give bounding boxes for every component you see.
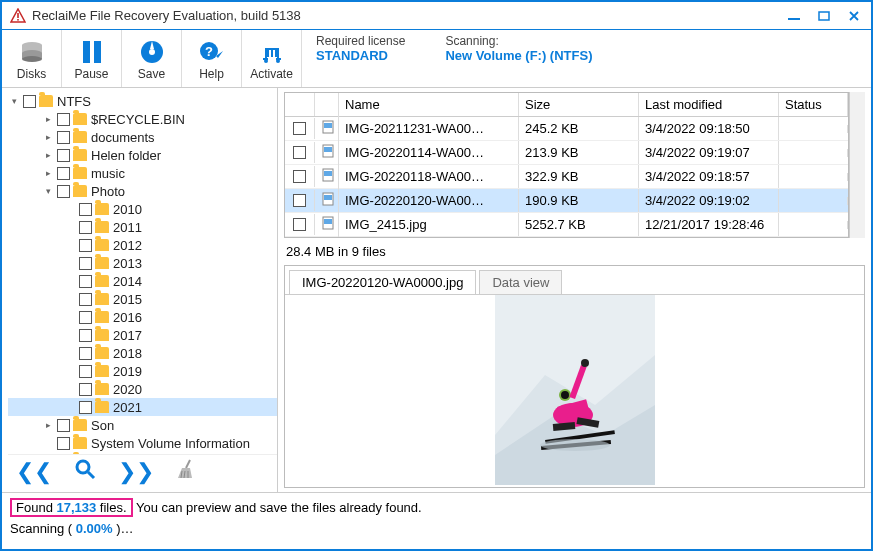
tree-label: System Volume Information [91, 436, 250, 451]
file-row[interactable]: IMG-20220120-WA00…190.9 KB3/4/2022 09:19… [285, 189, 848, 213]
tree-checkbox[interactable] [79, 293, 92, 306]
tree-item[interactable]: 2018 [8, 344, 277, 362]
tree-checkbox[interactable] [57, 185, 70, 198]
file-name: IMG_2415.jpg [339, 213, 519, 236]
tree-item[interactable]: 2010 [8, 200, 277, 218]
tree-checkbox[interactable] [57, 167, 70, 180]
tree-item[interactable]: ▸$RECYCLE.BIN [8, 110, 277, 128]
expand-icon[interactable]: ▸ [42, 420, 54, 430]
save-icon [139, 37, 165, 67]
svg-rect-17 [271, 50, 273, 57]
svg-rect-34 [324, 195, 332, 200]
tab-preview[interactable]: IMG-20220120-WA0000.jpg [289, 270, 476, 294]
save-button[interactable]: Save [122, 30, 182, 87]
col-name[interactable]: Name [339, 93, 519, 116]
expand-icon[interactable]: ▸ [42, 114, 54, 124]
expand-icon[interactable]: ▾ [8, 96, 20, 106]
tree-item[interactable]: ▸Son [8, 416, 277, 434]
tree-checkbox[interactable] [79, 275, 92, 288]
file-checkbox[interactable] [293, 146, 306, 159]
expand-icon[interactable]: ▸ [42, 150, 54, 160]
file-checkbox[interactable] [293, 122, 306, 135]
expand-icon[interactable]: ▸ [42, 168, 54, 178]
file-row[interactable]: IMG-20220114-WA00…213.9 KB3/4/2022 09:19… [285, 141, 848, 165]
tree-item[interactable]: 2019 [8, 362, 277, 380]
folder-icon [73, 131, 87, 143]
tree-checkbox[interactable] [79, 221, 92, 234]
pause-button[interactable]: Pause [62, 30, 122, 87]
tree-item[interactable]: 2015 [8, 290, 277, 308]
file-type-icon [315, 140, 339, 165]
col-status[interactable]: Status [779, 93, 848, 116]
svg-point-13 [149, 49, 155, 55]
scan-prefix: Scanning ( [10, 521, 76, 536]
tree-checkbox[interactable] [57, 437, 70, 450]
expand-icon[interactable]: ▸ [42, 132, 54, 142]
tree-checkbox[interactable] [79, 329, 92, 342]
tree-checkbox[interactable] [23, 95, 36, 108]
tree-root[interactable]: ▾NTFS [8, 92, 277, 110]
tree-checkbox[interactable] [79, 365, 92, 378]
file-row[interactable]: IMG-20220118-WA00…322.9 KB3/4/2022 09:18… [285, 165, 848, 189]
activate-button[interactable]: Activate [242, 30, 302, 87]
file-size: 5252.7 KB [519, 213, 639, 236]
scanning-caption: Scanning: [445, 34, 592, 48]
file-checkbox[interactable] [293, 194, 306, 207]
col-size[interactable]: Size [519, 93, 639, 116]
tree-label: music [91, 166, 125, 181]
tree-item[interactable]: System Volume Information [8, 434, 277, 452]
tree-item[interactable]: ▸music [8, 164, 277, 182]
tree-item[interactable]: 2021 [8, 398, 277, 416]
svg-point-43 [561, 391, 569, 399]
prev-button[interactable]: ❮❮ [16, 459, 52, 485]
tab-data-view[interactable]: Data view [479, 270, 562, 294]
tree-checkbox[interactable] [79, 203, 92, 216]
col-modified[interactable]: Last modified [639, 93, 779, 116]
file-list-scrollbar[interactable] [849, 92, 865, 238]
folder-icon [95, 383, 109, 395]
folder-tree[interactable]: ▾NTFS▸$RECYCLE.BIN▸documents▸Helen folde… [8, 92, 277, 454]
maximize-button[interactable] [815, 9, 833, 23]
scanning-value[interactable]: New Volume (F:) (NTFS) [445, 48, 592, 63]
tree-checkbox[interactable] [57, 113, 70, 126]
file-checkbox[interactable] [293, 170, 306, 183]
tree-item[interactable]: 2011 [8, 218, 277, 236]
tree-item[interactable]: 2020 [8, 380, 277, 398]
folder-icon [95, 275, 109, 287]
file-row[interactable]: IMG-20211231-WA00…245.2 KB3/4/2022 09:18… [285, 117, 848, 141]
tree-checkbox[interactable] [57, 419, 70, 432]
titlebar: ReclaiMe File Recovery Evaluation, build… [2, 2, 871, 30]
tree-checkbox[interactable] [79, 311, 92, 324]
file-checkbox[interactable] [293, 218, 306, 231]
expand-icon[interactable]: ▾ [42, 186, 54, 196]
tree-item[interactable]: 2014 [8, 272, 277, 290]
tree-checkbox[interactable] [79, 257, 92, 270]
tree-label: NTFS [57, 94, 91, 109]
tree-checkbox[interactable] [79, 347, 92, 360]
clear-button[interactable] [176, 458, 196, 486]
file-list[interactable]: Name Size Last modified Status IMG-20211… [284, 92, 849, 238]
tree-checkbox[interactable] [79, 239, 92, 252]
help-button[interactable]: ? Help [182, 30, 242, 87]
tree-checkbox[interactable] [79, 401, 92, 414]
tree-checkbox[interactable] [57, 131, 70, 144]
tree-checkbox[interactable] [57, 149, 70, 162]
tree-item[interactable]: ▸Helen folder [8, 146, 277, 164]
file-row[interactable]: IMG_2415.jpg5252.7 KB12/21/2017 19:28:46 [285, 213, 848, 237]
minimize-button[interactable] [785, 9, 803, 23]
tree-item[interactable]: ▸documents [8, 128, 277, 146]
svg-point-20 [276, 59, 280, 63]
tree-label: 2013 [113, 256, 142, 271]
tree-item[interactable]: 2012 [8, 236, 277, 254]
tree-item[interactable]: 2016 [8, 308, 277, 326]
next-button[interactable]: ❯❯ [118, 459, 154, 485]
disks-button[interactable]: Disks [2, 30, 62, 87]
tree-item[interactable]: ▾Photo [8, 182, 277, 200]
search-button[interactable] [74, 458, 96, 486]
tree-item[interactable]: 2013 [8, 254, 277, 272]
tree-label: documents [91, 130, 155, 145]
file-size: 190.9 KB [519, 189, 639, 212]
close-button[interactable] [845, 9, 863, 23]
tree-checkbox[interactable] [79, 383, 92, 396]
tree-item[interactable]: 2017 [8, 326, 277, 344]
